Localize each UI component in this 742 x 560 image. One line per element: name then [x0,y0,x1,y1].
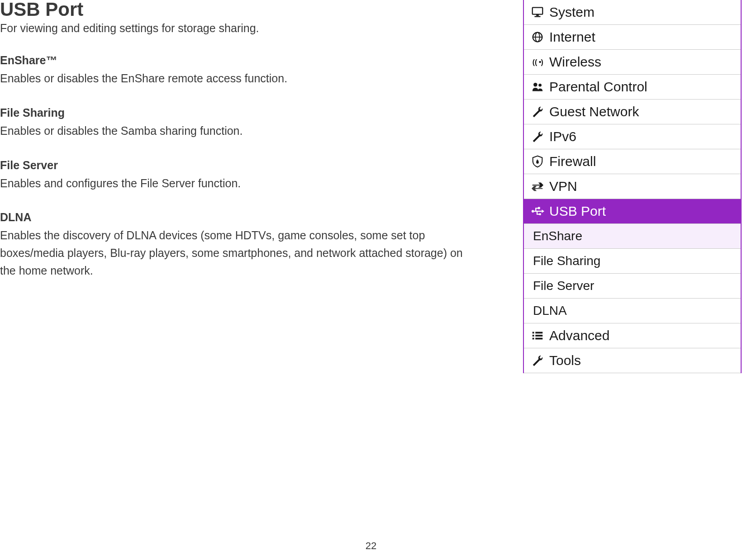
section-title-file-sharing: File Sharing [0,106,466,119]
svg-rect-20 [533,338,534,340]
section-title-dlna: DLNA [0,211,466,224]
svg-rect-21 [535,338,542,340]
section-body-enshare: Enables or disables the EnShare remote a… [0,70,466,87]
nav-item-parental-control[interactable]: Parental Control [524,75,741,100]
svg-text:((: (( [533,58,537,66]
svg-rect-0 [533,8,543,14]
nav-item-system[interactable]: System [524,0,741,25]
section-body-file-sharing: Enables or disables the Samba sharing fu… [0,122,466,140]
page-title: USB Port [0,0,466,19]
svg-marker-13 [542,209,544,213]
section-title-enshare: EnShare™ [0,54,466,67]
wifi-icon: (() [528,53,547,71]
page-intro: For viewing and editing settings for sto… [0,22,466,35]
nav-label: USB Port [547,204,606,219]
nav-item-usb-port[interactable]: USB Port [524,199,741,224]
section-title-file-server: File Server [0,159,466,172]
sidebar-nav: SystemInternet(()WirelessParental Contro… [523,0,742,373]
nav-item-firewall[interactable]: Firewall [524,149,741,174]
sub-item-file-sharing[interactable]: File Sharing [524,249,741,274]
nav-label: Internet [547,29,595,45]
section-body-file-server: Enables and configures the File Server f… [0,175,466,192]
svg-rect-18 [533,335,534,337]
nav-item-internet[interactable]: Internet [524,25,741,50]
nav-item-ipv6[interactable]: IPv6 [524,124,741,149]
list-icon [528,327,547,345]
sub-label: EnShare [533,229,582,243]
nav-item-tools[interactable]: Tools [524,348,741,373]
svg-point-15 [539,213,541,215]
page-number: 22 [366,540,376,552]
svg-point-11 [532,210,534,213]
globe-icon [528,28,547,46]
svg-rect-1 [536,14,539,16]
sub-item-file-server[interactable]: File Server [524,274,741,299]
nav-label: Tools [547,353,581,368]
svg-rect-19 [535,335,542,337]
usb-icon [528,202,547,220]
wrench-icon [528,128,547,146]
nav-item-wireless[interactable]: (()Wireless [524,50,741,75]
nav-label: Guest Network [547,104,639,119]
nav-label: System [547,5,595,20]
svg-point-10 [538,84,542,87]
svg-rect-2 [534,16,540,17]
sub-item-dlna[interactable]: DLNA [524,299,741,323]
nav-label: Wireless [547,54,601,70]
monitor-icon [528,3,547,21]
svg-rect-16 [533,332,534,334]
nav-label: Advanced [547,328,609,343]
sub-label: File Sharing [533,254,600,268]
nav-label: VPN [547,179,577,194]
nav-label: Parental Control [547,79,647,95]
svg-text:): ) [541,58,543,66]
nav-item-vpn[interactable]: VPN [524,174,741,199]
exchange-icon [528,177,547,195]
section-body-dlna: Enables the discovery of DLNA devices (s… [0,227,466,279]
svg-rect-17 [535,332,542,334]
nav-label: IPv6 [547,129,576,144]
sub-label: File Server [533,279,594,293]
sub-item-enshare[interactable]: EnShare [524,224,741,249]
sub-label: DLNA [533,304,567,318]
nav-item-guest-network[interactable]: Guest Network [524,100,741,124]
svg-rect-14 [538,207,540,209]
svg-point-9 [533,83,537,86]
wrench-icon [528,351,547,370]
nav-item-advanced[interactable]: Advanced [524,323,741,348]
shield-fire-icon [528,152,547,171]
people-icon [528,78,547,96]
wrench-icon [528,103,547,121]
nav-label: Firewall [547,154,596,169]
